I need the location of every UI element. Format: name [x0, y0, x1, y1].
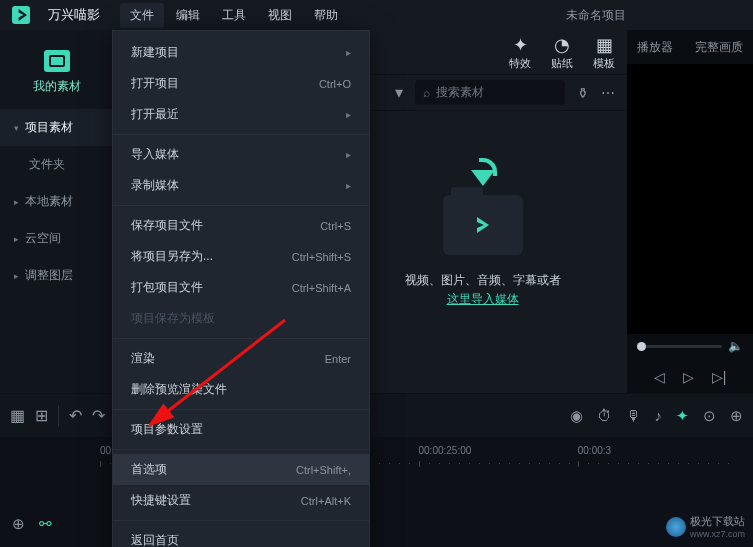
folder-icon [443, 195, 523, 255]
menu-item[interactable]: 打开项目Ctrl+O [113, 68, 369, 99]
dropzone-line: 视频、图片、音频、字幕或者 [405, 273, 561, 287]
file-menu-dropdown: 新建项目▸打开项目Ctrl+O打开最近▸导入媒体▸录制媒体▸保存项目文件Ctrl… [112, 30, 370, 547]
menu-file[interactable]: 文件 [120, 3, 164, 28]
mixer-icon[interactable]: ♪ [655, 407, 663, 425]
sidebar: 我的素材 ▾项目素材 文件夹 ▸本地素材 ▸云空间 ▸调整图层 ⧉ 🗑 [0, 30, 114, 437]
menu-item-label: 快捷键设置 [131, 492, 191, 509]
menu-item: 项目保存为模板 [113, 303, 369, 334]
volume-icon[interactable]: 🔈 [728, 339, 743, 353]
menu-item[interactable]: 保存项目文件Ctrl+S [113, 210, 369, 241]
menu-separator [113, 520, 369, 521]
menu-separator [113, 134, 369, 135]
menu-item-label: 首选项 [131, 461, 167, 478]
chevron-right-icon: ▸ [14, 197, 19, 207]
my-assets-tab[interactable]: 我的素材 [0, 50, 114, 95]
menu-item[interactable]: 首选项Ctrl+Shift+, [113, 454, 369, 485]
menu-item-label: 渲染 [131, 350, 155, 367]
speed-icon[interactable]: ⏱ [597, 407, 612, 425]
preview-progress[interactable]: 🔈 [627, 334, 753, 358]
app-name: 万兴喵影 [48, 6, 100, 24]
tab-label: 特效 [509, 56, 531, 71]
menu-view[interactable]: 视图 [268, 7, 292, 24]
menu-item[interactable]: 录制媒体▸ [113, 170, 369, 201]
watermark-url: www.xz7.com [690, 529, 745, 539]
tab-effects[interactable]: ✦特效 [509, 34, 531, 71]
more-icon[interactable]: ⋯ [601, 85, 615, 101]
divider [58, 406, 59, 426]
preview-panel: 播放器 完整画质 🔈 ◁ ▷ ▷| [627, 30, 753, 437]
menu-shortcut: Ctrl+S [320, 220, 351, 232]
menu-shortcut: Ctrl+Shift+, [296, 464, 351, 476]
template-icon: ▦ [593, 34, 615, 56]
submenu-arrow-icon: ▸ [346, 149, 351, 160]
submenu-arrow-icon: ▸ [346, 47, 351, 58]
grid2-icon[interactable]: ⊞ [35, 406, 48, 425]
menu-tools[interactable]: 工具 [222, 7, 246, 24]
add-track-icon[interactable]: ⊕ [12, 515, 25, 533]
menu-separator [113, 449, 369, 450]
progress-track[interactable] [637, 345, 722, 348]
undo-icon[interactable]: ↶ [69, 406, 82, 425]
ai-icon[interactable]: ✦ [676, 407, 689, 425]
dropzone-text: 视频、图片、音频、字幕或者这里导入媒体 [405, 271, 561, 309]
assets-icon [44, 50, 70, 72]
menu-item[interactable]: 返回首页 [113, 525, 369, 547]
search-icon: ⌕ [423, 86, 430, 100]
sidebar-item-cloud[interactable]: ▸云空间 [0, 220, 114, 257]
grid-icon[interactable]: ▦ [10, 406, 25, 425]
menu-item-label: 打包项目文件 [131, 279, 203, 296]
settings-icon[interactable]: ⊙ [703, 407, 716, 425]
zoom-in-icon[interactable]: ⊕ [730, 407, 743, 425]
sidebar-item-label: 本地素材 [25, 193, 73, 210]
chevron-down-icon: ▾ [14, 123, 19, 133]
tab-sticker[interactable]: ◔贴纸 [551, 34, 573, 71]
import-dropzone[interactable]: 视频、图片、音频、字幕或者这里导入媒体 [405, 195, 561, 309]
redo-icon[interactable]: ↷ [92, 406, 105, 425]
player-label: 播放器 [637, 39, 673, 56]
menu-separator [113, 409, 369, 410]
sidebar-item-project[interactable]: ▾项目素材 [0, 109, 114, 146]
sidebar-item-local[interactable]: ▸本地素材 [0, 183, 114, 220]
menu-item[interactable]: 项目参数设置 [113, 414, 369, 445]
timecode-tick: 00:00:25:00 [419, 445, 578, 471]
menu-item-label: 返回首页 [131, 532, 179, 547]
menu-shortcut: Enter [325, 353, 351, 365]
menu-edit[interactable]: 编辑 [176, 7, 200, 24]
menu-item[interactable]: 导入媒体▸ [113, 139, 369, 170]
menu-item[interactable]: 打开最近▸ [113, 99, 369, 130]
track-tools: ⊕ ⚯ [12, 515, 52, 533]
mic-icon[interactable]: 🎙 [626, 407, 641, 425]
tab-label: 模板 [593, 56, 615, 71]
prev-frame-button[interactable]: ◁ [654, 369, 665, 385]
import-link[interactable]: 这里导入媒体 [447, 292, 519, 306]
sparkle-icon: ✦ [509, 34, 531, 56]
menu-item[interactable]: 新建项目▸ [113, 37, 369, 68]
filter-icon[interactable]: ⚱ [577, 85, 589, 101]
search-placeholder: 搜索素材 [436, 84, 484, 101]
menu-item[interactable]: 删除预览渲染文件 [113, 374, 369, 405]
menu-item[interactable]: 打包项目文件Ctrl+Shift+A [113, 272, 369, 303]
next-frame-button[interactable]: ▷| [712, 369, 727, 385]
preview-viewport [627, 64, 753, 334]
tab-template[interactable]: ▦模板 [593, 34, 615, 71]
sort-dropdown[interactable]: ▾ [395, 83, 403, 102]
sidebar-item-label: 项目素材 [25, 119, 73, 136]
play-button[interactable]: ▷ [683, 369, 694, 385]
menu-shortcut: Ctrl+Alt+K [301, 495, 351, 507]
preview-header: 播放器 完整画质 [627, 30, 753, 64]
search-input[interactable]: ⌕ 搜索素材 [415, 80, 565, 105]
menu-item-label: 将项目另存为... [131, 248, 213, 265]
menu-help[interactable]: 帮助 [314, 7, 338, 24]
menu-item[interactable]: 快捷键设置Ctrl+Alt+K [113, 485, 369, 516]
progress-thumb[interactable] [637, 342, 646, 351]
menu-item[interactable]: 将项目另存为...Ctrl+Shift+S [113, 241, 369, 272]
sidebar-item-adjust[interactable]: ▸调整图层 [0, 257, 114, 294]
quality-label[interactable]: 完整画质 [695, 39, 743, 56]
my-assets-label: 我的素材 [0, 78, 114, 95]
link-icon[interactable]: ⚯ [39, 515, 52, 533]
menu-separator [113, 338, 369, 339]
marker-icon[interactable]: ◉ [570, 407, 583, 425]
sidebar-item-folder[interactable]: 文件夹 [0, 146, 114, 183]
menu-item[interactable]: 渲染Enter [113, 343, 369, 374]
project-title: 未命名项目 [566, 7, 626, 24]
